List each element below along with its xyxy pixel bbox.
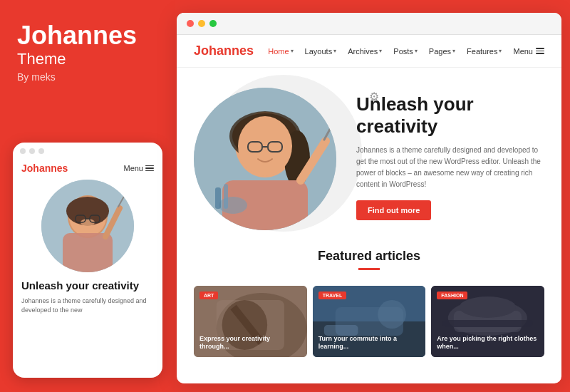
- nav-menu[interactable]: Menu: [513, 47, 544, 56]
- article-title-art: Express your creativity through...: [200, 335, 301, 351]
- mobile-dot-3: [38, 148, 44, 154]
- svg-point-25: [219, 197, 247, 214]
- hero-section: Unleash your creativity Johannes is a th…: [177, 68, 561, 239]
- nav-link-home[interactable]: Home ▾: [268, 47, 293, 56]
- nav-link-layouts[interactable]: Layouts ▾: [305, 47, 337, 56]
- site-nav-brand[interactable]: Johannes: [194, 43, 254, 58]
- nav-link-posts[interactable]: Posts ▾: [393, 47, 418, 56]
- mobile-hero-title: Unleash your creativity: [21, 279, 154, 292]
- hero-text-block: Unleash your creativity Johannes is a th…: [336, 93, 544, 220]
- svg-point-11: [123, 190, 129, 195]
- featured-section: Featured articles: [177, 239, 561, 286]
- mobile-browser-bar: [13, 143, 162, 160]
- mobile-dot-2: [29, 148, 35, 154]
- articles-row: Art Express your creativity through... T…: [177, 286, 561, 357]
- article-title-fashion: Are you picking the right clothes when..…: [437, 335, 539, 351]
- mobile-dot-1: [20, 148, 26, 154]
- article-badge-fashion: Fashion: [437, 292, 467, 299]
- browser-dot-yellow: [198, 20, 205, 27]
- article-badge-art: Art: [200, 292, 218, 299]
- article-title-travel: Turn your commute into a learning...: [318, 335, 420, 351]
- mobile-hero-text: Johannes is a theme carefully designed a…: [21, 296, 154, 314]
- nav-hamburger-icon: [536, 48, 544, 54]
- mobile-nav-brand: Johannes: [21, 163, 68, 174]
- site-nav: Johannes Home ▾ Layouts ▾ Archives ▾ Pos…: [177, 35, 561, 68]
- article-card-travel[interactable]: Travel Turn your commute into a learning…: [313, 286, 426, 357]
- nav-link-features[interactable]: Features ▾: [467, 47, 502, 56]
- browser-mockup: Johannes Home ▾ Layouts ▾ Archives ▾ Pos…: [177, 13, 561, 383]
- mobile-mockup: Johannes Menu: [13, 143, 162, 378]
- mobile-hero-image: [41, 180, 134, 272]
- nav-link-pages[interactable]: Pages ▾: [429, 47, 455, 56]
- brand-title: Johannes: [17, 21, 157, 50]
- brand-by: By meks: [17, 71, 157, 83]
- left-panel: Johannes Theme By meks Johannes Menu: [0, 0, 175, 392]
- svg-rect-26: [215, 187, 221, 209]
- mobile-nav-menu[interactable]: Menu: [123, 164, 154, 172]
- nav-link-archives[interactable]: Archives ▾: [348, 47, 382, 56]
- svg-point-41: [460, 296, 516, 318]
- hero-image: [194, 88, 336, 230]
- browser-dot-red: [187, 20, 194, 27]
- article-card-art[interactable]: Art Express your creativity through...: [194, 286, 307, 357]
- hamburger-icon: [145, 165, 154, 172]
- hero-cta-button[interactable]: Find out more: [356, 200, 431, 220]
- article-badge-travel: Travel: [318, 292, 346, 299]
- mobile-nav: Johannes Menu: [13, 160, 162, 180]
- browser-chrome-bar: [177, 13, 561, 35]
- featured-underline: [358, 268, 380, 270]
- brand-block: Johannes Theme By meks: [17, 21, 157, 83]
- mobile-content: Unleash your creativity Johannes is a th…: [13, 279, 162, 321]
- article-card-fashion[interactable]: Fashion Are you picking the right clothe…: [431, 286, 544, 357]
- hero-title: Unleash your creativity: [356, 93, 544, 138]
- hero-description: Johannes is a theme carefully designed a…: [356, 145, 544, 190]
- browser-dot-green: [209, 20, 217, 27]
- svg-point-36: [378, 300, 406, 329]
- brand-theme: Theme: [17, 50, 157, 68]
- featured-title: Featured articles: [194, 249, 544, 264]
- svg-rect-27: [224, 184, 228, 209]
- svg-rect-42: [442, 320, 533, 327]
- site-nav-links: Home ▾ Layouts ▾ Archives ▾ Posts ▾ Page…: [268, 47, 544, 56]
